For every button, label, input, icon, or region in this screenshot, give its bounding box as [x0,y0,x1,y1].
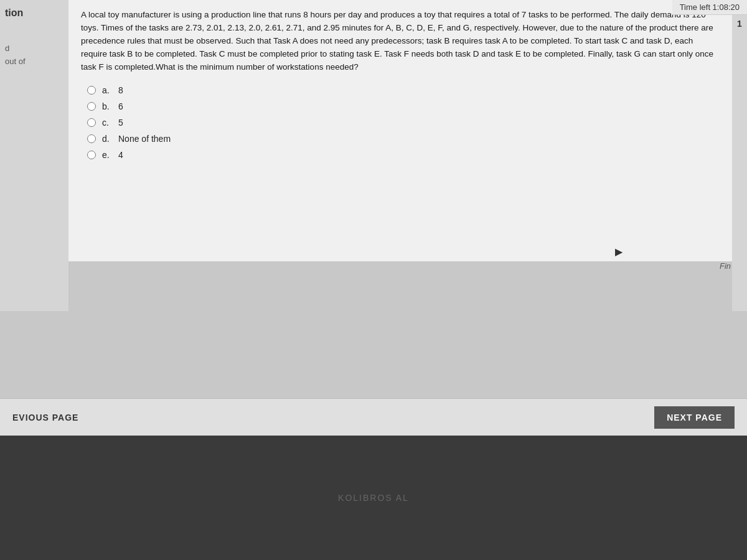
option-e[interactable]: e. 4 [87,150,720,160]
option-a[interactable]: a. 8 [87,85,720,95]
d-label: d [5,44,63,53]
radio-e[interactable] [87,151,96,159]
option-c-letter: c. [102,118,115,128]
option-d-text: None of them [118,134,171,144]
bottom-watermark: KOLIBROS AL [338,493,409,503]
radio-b[interactable] [87,102,96,111]
option-e-letter: e. [102,150,115,160]
bottom-dark-area: KOLIBROS AL [0,436,747,560]
radio-a[interactable] [87,86,96,95]
main-container: Time left 1:08:20 tion d out of A 1 A lo… [0,0,747,560]
answer-options: a. 8 b. 6 c. 5 d. None of them e. [87,85,720,160]
radio-c[interactable] [87,118,96,127]
option-c[interactable]: c. 5 [87,118,720,128]
timer-bar: Time left 1:08:20 [672,0,747,15]
prev-page-button[interactable]: EVIOUS PAGE [12,413,78,422]
option-b-text: 6 [118,101,123,111]
option-d-letter: d. [102,134,115,144]
option-e-text: 4 [118,150,123,160]
fin-label: Fin [720,261,731,271]
left-sidebar: tion d out of [0,0,68,311]
question-text: A local toy manufacturer is using a prod… [81,9,720,74]
right-number-1: 1 [737,19,742,29]
bottom-nav: EVIOUS PAGE NEXT PAGE [0,398,747,436]
timer-label: Time left 1:08:20 [680,2,740,12]
option-b-letter: b. [102,101,115,111]
radio-d[interactable] [87,134,96,143]
option-a-letter: a. [102,85,115,95]
next-page-button[interactable]: NEXT PAGE [654,406,735,429]
option-c-text: 5 [118,118,123,128]
outof-label: out of [5,57,63,66]
content-area: A local toy manufacturer is using a prod… [68,0,732,261]
option-a-text: 8 [118,85,123,95]
right-indicator: A 1 [732,0,747,311]
option-b[interactable]: b. 6 [87,101,720,111]
option-d[interactable]: d. None of them [87,134,720,144]
question-label: tion [5,7,63,19]
